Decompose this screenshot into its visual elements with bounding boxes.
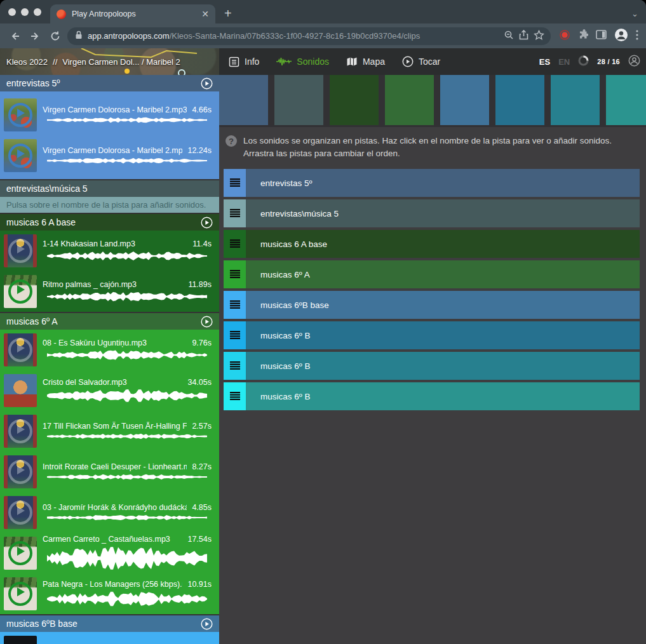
tab-mapa[interactable]: Mapa (346, 57, 385, 67)
track-row[interactable]: musicas 6º B (224, 321, 640, 349)
drag-handle[interactable] (224, 382, 246, 410)
clip-thumbnail[interactable] (4, 275, 37, 308)
clip-thumbnail[interactable] (4, 98, 37, 131)
toolbar-extensions-area (555, 28, 640, 44)
clip-item[interactable]: 17 Till Flickan Som Är Tusen År-Halling … (0, 411, 219, 452)
breadcrumb-trail[interactable]: Virgen Carmen Dol... / Maribel 2 (62, 57, 180, 67)
track-row[interactable]: musicas 6º B (224, 382, 640, 410)
track-row[interactable]: musicas 6ºB base (224, 291, 640, 319)
drag-handle[interactable] (224, 199, 246, 227)
forward-button[interactable] (27, 28, 43, 44)
track-row[interactable]: entrevistas\música 5 (224, 199, 640, 227)
track-row[interactable]: entrevistas 5º (224, 169, 640, 197)
sidebar-track-header[interactable]: musicas 6º A (0, 313, 219, 330)
lang-es-button[interactable]: ES (539, 57, 550, 67)
drag-handle[interactable] (224, 352, 246, 380)
clip-thumbnail[interactable] (4, 577, 37, 610)
browser-tab[interactable]: Play Antropoloops ✕ (50, 4, 215, 23)
sidebar-track-header[interactable]: entrevistas 5º (0, 75, 219, 91)
clip-filename: 1-14 Khakasian Land.mp3 (43, 239, 187, 248)
tab-sonidos[interactable]: Sonidos (276, 57, 329, 67)
share-icon[interactable] (519, 30, 528, 43)
clip-item[interactable]: Virgen Carmen Dolorosa - Maribel 2.mp312… (0, 135, 219, 176)
clip-item[interactable]: Pata Negra - Los Managers (256 kbps).mp3… (0, 574, 219, 614)
clip-item[interactable]: 08 - Es Sakūru Uguntiņu.mp39.76s (0, 330, 219, 370)
url-text[interactable]: app.antropoloops.com/Kleos-Santa-Marina/… (88, 31, 499, 41)
clip-item[interactable]: BASE Pata Negra - Los Managers3.77s (0, 632, 219, 644)
track-color-strip (219, 75, 646, 127)
minimize-window-button[interactable] (21, 8, 29, 16)
play-track-icon[interactable] (201, 77, 213, 90)
clip-item[interactable]: Cristo del Salvador.mp334.05s (0, 370, 219, 411)
browser-profile-avatar[interactable] (614, 28, 628, 44)
sidebar-track-header[interactable]: musicas 6 A base (0, 214, 219, 231)
track-color-swatch[interactable] (606, 75, 646, 125)
tab-close-icon[interactable]: ✕ (201, 10, 209, 18)
zoom-page-icon[interactable] (504, 30, 514, 43)
sidebar-track-header[interactable]: musicas 6ºB base (0, 615, 219, 632)
clip-item[interactable]: Ritmo palmas _ cajón.mp311.89s (0, 271, 219, 312)
drag-handle[interactable] (224, 291, 246, 319)
side-panel-icon[interactable] (596, 30, 607, 42)
clip-item[interactable]: Introit Rorate Caeli Desuper - Lionheart… (0, 452, 219, 492)
map-icon (346, 57, 358, 67)
track-color-swatch[interactable] (274, 75, 323, 125)
sidebar-track-header[interactable]: entrevistas\música 5 (0, 180, 219, 197)
recording-indicator-icon[interactable] (560, 30, 570, 43)
bookmark-star-icon[interactable] (534, 30, 544, 43)
drag-handle-icon (230, 392, 240, 401)
breadcrumb-project[interactable]: Kleos 2022 (6, 57, 48, 67)
app-nav-tabs: Info Sonidos Mapa Tocar (219, 48, 539, 75)
clip-meta: Virgen Carmen Dolorosa - Maribel 2.mp312… (43, 146, 212, 155)
clip-meta: Pata Negra - Los Managers (256 kbps).mp3… (43, 580, 212, 589)
browser-menu-kebab-icon[interactable] (636, 30, 638, 43)
clip-thumbnail[interactable] (4, 139, 37, 172)
track-color-swatch[interactable] (385, 75, 434, 125)
tab-info[interactable]: Info (229, 57, 259, 67)
clip-thumbnail[interactable] (4, 636, 37, 644)
play-overlay-icon (8, 582, 32, 606)
play-track-icon[interactable] (201, 217, 213, 229)
drag-handle[interactable] (224, 260, 246, 288)
clip-thumbnail[interactable] (4, 496, 37, 529)
track-color-swatch[interactable] (495, 75, 544, 125)
track-row[interactable]: musicas 6º B (224, 352, 640, 380)
clip-item[interactable]: 1-14 Khakasian Land.mp311.4s (0, 231, 219, 271)
clip-thumbnail[interactable] (4, 455, 37, 488)
clip-item[interactable]: 03 - Jaromír Horák & Konrádyho dudácká .… (0, 492, 219, 533)
clip-thumbnail[interactable] (4, 374, 37, 407)
lock-icon[interactable] (75, 30, 83, 42)
track-row[interactable]: musicas 6º A (224, 260, 640, 288)
zoom-window-button[interactable] (34, 8, 41, 16)
track-color-swatch[interactable] (219, 75, 268, 125)
clip-meta: 1-14 Khakasian Land.mp311.4s (43, 239, 212, 248)
macos-traffic-lights[interactable] (0, 0, 50, 23)
track-row[interactable]: musicas 6 A base (224, 230, 640, 258)
clip-thumbnail[interactable] (4, 333, 37, 366)
clip-item[interactable]: Carmen Carreto _ Castañuelas.mp317.54s (0, 533, 219, 574)
drag-handle[interactable] (224, 169, 246, 197)
drag-handle[interactable] (224, 230, 246, 258)
breadcrumb[interactable]: Kleos 2022 // Virgen Carmen Dol... / Mar… (0, 57, 180, 67)
track-color-swatch[interactable] (551, 75, 600, 125)
tab-tocar[interactable]: Tocar (402, 56, 440, 67)
track-color-swatch[interactable] (440, 75, 489, 125)
new-tab-button[interactable]: + (224, 7, 232, 20)
user-profile-icon[interactable] (628, 55, 640, 69)
back-button[interactable] (6, 28, 23, 44)
lang-en-button[interactable]: EN (558, 57, 570, 67)
clip-thumbnail[interactable] (4, 415, 37, 448)
map-preview-strip[interactable]: Kleos 2022 // Virgen Carmen Dol... / Mar… (0, 48, 219, 75)
clip-thumbnail[interactable] (4, 537, 37, 570)
clip-thumbnail[interactable] (4, 234, 37, 267)
play-track-icon[interactable] (201, 316, 213, 328)
clip-item[interactable]: Virgen Carmen Dolorosa - Maribel 2.mp34.… (0, 95, 219, 135)
extensions-puzzle-icon[interactable] (577, 29, 588, 43)
drag-handle[interactable] (224, 321, 246, 349)
track-color-swatch[interactable] (330, 75, 379, 125)
close-window-button[interactable] (8, 8, 16, 16)
url-bar[interactable]: app.antropoloops.com/Kleos-Santa-Marina/… (67, 27, 551, 45)
reload-button[interactable] (47, 28, 64, 44)
play-track-icon[interactable] (201, 618, 213, 630)
tab-search-chevron-icon[interactable]: ⌄ (631, 9, 638, 18)
